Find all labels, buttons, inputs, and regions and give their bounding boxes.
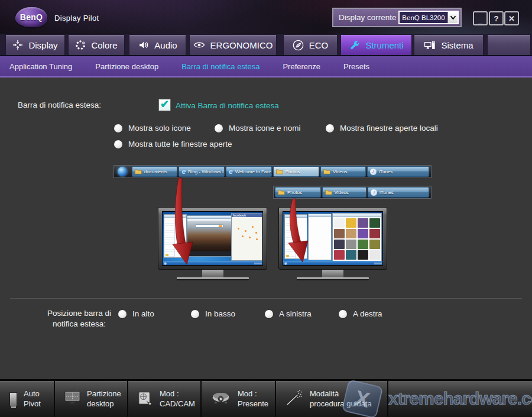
radio-finestre-locali[interactable]: Mostra finestre aperte locali [326, 124, 438, 132]
explorer-window [164, 214, 187, 258]
radio-icon [191, 310, 199, 318]
photo-thumbnail [346, 218, 356, 228]
itunes-icon: ♪ [371, 189, 377, 196]
tab-strumenti[interactable]: Strumenti [340, 34, 412, 55]
taskbar-button-label: documents [144, 169, 167, 174]
auto-pivot-button[interactable]: AutoPivot [0, 381, 55, 417]
mini-tray [254, 263, 262, 264]
monitor-screen [283, 211, 383, 266]
tab-label: Colore [91, 40, 117, 50]
subtab-presets[interactable]: Presets [343, 62, 369, 71]
radio-tutte-finestre[interactable]: Mostra tutte le finestre aperte [114, 140, 232, 148]
radio-a-destra[interactable]: A destra [339, 309, 382, 318]
radio-label: Mostra finestre aperte locali [340, 124, 438, 132]
toolbar-empty-area [388, 381, 532, 417]
close-button[interactable]: ✕ [504, 11, 519, 25]
subtab-barra-notifica[interactable]: Barra di notifica estesa [181, 62, 259, 71]
mini-taskbar [283, 261, 382, 265]
radio-in-basso[interactable]: In basso [191, 309, 235, 318]
computer-icon [424, 40, 436, 51]
monitor-preview-left: facebook [158, 207, 267, 280]
chevron-down-icon[interactable] [447, 12, 458, 23]
radio-in-alto[interactable]: In alto [118, 309, 154, 318]
minimize-button[interactable]: _ [473, 11, 488, 25]
photo-thumbnail [334, 229, 345, 238]
radio-a-sinistra[interactable]: A sinistra [265, 309, 312, 318]
enable-checkbox[interactable]: ✔ [158, 99, 171, 111]
ie-icon: e [181, 168, 186, 175]
pivot-monitor-icon [9, 392, 17, 406]
help-button[interactable]: ? [489, 11, 504, 25]
checkmark-icon: ✔ [160, 98, 169, 111]
browser-footer [187, 251, 231, 256]
display-dropdown[interactable]: BenQ BL3200 [398, 11, 459, 24]
cad-document-icon [138, 390, 153, 408]
monitor-bezel [278, 207, 387, 270]
monitor-bezel: facebook [158, 207, 267, 270]
tab-eco[interactable]: ECO [283, 34, 338, 55]
subtab-application-tuning[interactable]: Application Tuning [9, 62, 72, 71]
projector-icon [211, 392, 231, 407]
taskbar-button-label: iTunes [379, 169, 393, 174]
monitor-stand-neck [322, 270, 343, 277]
folder-icon [135, 169, 142, 174]
tab-ergonomico[interactable]: ERGONOMICO [189, 34, 277, 55]
tab-label: Display [28, 40, 57, 50]
taskbar-button-videos: Videos [320, 166, 366, 177]
taskbar-button-label: Photos [287, 190, 302, 195]
mod-presente-button[interactable]: Mod :Presente [202, 381, 276, 417]
toolbar-button-label: Partizionedesktop [87, 389, 121, 409]
taskbar-button-documents: documents [132, 166, 178, 177]
photo-thumbnail [346, 229, 356, 238]
radio-label: In basso [205, 309, 235, 318]
taskbar-button-label: Videos [333, 169, 347, 174]
taskbar-preview-1: documents e Bing - Windows L... e Welcom… [113, 165, 432, 178]
subtab-preferenze[interactable]: Preferenze [283, 62, 320, 71]
taskbar-preview-2: Photos Videos ♪ iTunes [273, 186, 432, 199]
tab-audio[interactable]: Audio [129, 34, 186, 55]
mod-cadcam-button[interactable]: Mod :CAD/CAM [128, 381, 202, 417]
windows-start-icon [118, 167, 127, 176]
photo-thumbnail [358, 250, 368, 260]
radio-mostra-solo-icone[interactable]: Mostra solo icone [114, 124, 191, 132]
tab-label: ECO [309, 40, 329, 50]
partizione-desktop-button[interactable]: Partizionedesktop [55, 381, 128, 417]
tab-colore[interactable]: Colore [68, 34, 125, 55]
radio-label: A destra [353, 309, 382, 318]
folder-tree [286, 219, 296, 258]
explorer-window [284, 214, 307, 259]
radio-icon [339, 310, 347, 318]
benq-logo: BenQ [15, 7, 47, 27]
taskbar-button-label: Photos [286, 169, 300, 174]
window-titlebar [285, 215, 307, 218]
radio-label: Mostra tutte le finestre aperte [128, 140, 232, 148]
facebook-body [232, 217, 262, 260]
photo-thumbnail [358, 218, 368, 228]
mini-start-orb [164, 262, 167, 265]
toolbar-button-label: Mod :CAD/CAM [160, 389, 195, 409]
folder-icon [276, 169, 283, 174]
monitor-preview-right [278, 207, 387, 280]
photo-thumbnail [334, 240, 345, 249]
speaker-icon [138, 40, 149, 50]
subtab-partizione-desktop[interactable]: Partizione desktop [95, 62, 158, 71]
photo-thumbnail [369, 250, 380, 260]
tab-sistema[interactable]: Sistema [414, 34, 484, 55]
folder-icon [325, 189, 332, 195]
display-select-label: Display corrente [339, 13, 397, 22]
magic-wand-icon [286, 390, 303, 409]
monitor-stand-base [177, 277, 249, 280]
folder-icon [286, 255, 289, 257]
photo-thumbnail [369, 229, 380, 238]
radio-mostra-icone-nomi[interactable]: Mostra icone e nomi [215, 124, 301, 132]
modalita-procedura-guidata-button[interactable]: Modalitàprocedura guidata [276, 381, 388, 417]
tab-display[interactable]: Display [5, 34, 65, 55]
compress-arrows-icon [12, 40, 23, 50]
wrench-icon [349, 40, 360, 51]
minimize-icon: _ [478, 16, 482, 25]
start-orb-cell [115, 166, 131, 177]
mini-taskbar [163, 261, 262, 265]
enable-checkbox-label[interactable]: Attiva Barra di notifica estesa [176, 101, 279, 110]
tab-label: Audio [154, 40, 177, 50]
photo-thumbnail [334, 218, 345, 228]
